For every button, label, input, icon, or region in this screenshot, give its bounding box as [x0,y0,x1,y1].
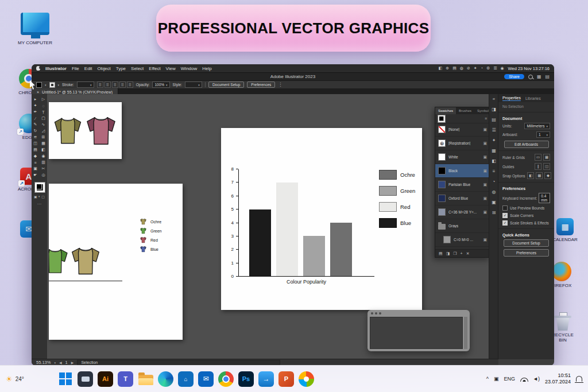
tool-artboard-icon[interactable]: ▣ [32,166,38,172]
transparency-panel-icon[interactable]: ◍ [491,189,497,195]
volume-icon[interactable]: ◄) [533,376,540,382]
taskbar-outlook-icon[interactable]: ✉ [198,371,214,387]
canvas[interactable]: OchreGreenRedBlue 012345678 Colour Popul… [47,94,489,359]
mini-fill-stroke-icon[interactable] [438,115,445,122]
share-button[interactable]: Share [504,74,524,79]
menu-edit[interactable]: Edit [84,66,92,71]
menu-illustrator[interactable]: Illustrator [45,66,67,71]
new-swatch-icon[interactable]: + [461,251,463,255]
menu-window[interactable]: Window [181,66,197,71]
snap-pixel-icon[interactable]: ▦ [536,172,543,179]
new-color-group-icon[interactable]: ❐ [453,251,457,256]
draw-behind-icon[interactable]: ◐ [38,195,41,199]
menu-help[interactable]: Help [202,66,211,71]
swatch-row[interactable]: C=0 M=0 ...▣ [435,233,489,247]
floating-panel[interactable] [368,310,470,351]
stroke-color-well[interactable] [49,82,55,88]
units-select[interactable]: Millimeters▾ [524,123,550,129]
checkbox-scale-strokes-effects[interactable]: ✓Scale Strokes & Effects [498,219,554,227]
tool-direct-selection-icon[interactable]: ▷ [40,96,47,102]
floating-panel-scrollbar[interactable] [464,317,467,349]
menu-file[interactable]: File [72,66,79,71]
artboard-shirts[interactable] [49,102,122,159]
tool-column-graph-icon[interactable]: ▥ [40,160,47,165]
swatch-row[interactable]: Grays [435,219,489,233]
menu-status-icon[interactable]: ◔ [481,66,483,71]
menu-effect[interactable]: Effect [149,66,160,71]
tool-lasso-icon[interactable]: ◌ [40,103,47,108]
tool-magic-wand-icon[interactable]: ✦ [32,103,38,108]
swatch-libraries-icon[interactable]: ▤ [439,251,443,256]
tool-pen-icon[interactable]: ✒ [32,109,38,115]
clock[interactable]: 10:51 23.07.2024 [545,372,571,386]
taskbar-edge-icon[interactable] [158,371,173,387]
artboard-legend[interactable]: OchreGreenRedBlue [49,184,183,340]
tool-selection-icon[interactable]: ▸ [32,96,38,102]
artboard-number[interactable]: 1 [65,360,68,365]
artboard-select[interactable]: 1▾ [536,131,550,138]
weather-widget[interactable]: ☀ 24° [6,375,24,383]
menu-type[interactable]: Type [116,66,126,71]
tool-slice-icon[interactable]: ✂ [40,166,47,172]
checkbox[interactable]: ✓ [502,220,508,226]
menu-status-icon[interactable]: ◧ [439,66,443,71]
document-setup-button[interactable]: Document Setup [208,81,244,88]
snap-grid-icon[interactable]: ◧ [527,172,534,179]
notifications-bell-icon[interactable] [576,376,582,382]
taskbar-photos-icon[interactable] [299,371,314,387]
tab-close-icon[interactable]: × [37,90,39,94]
tab-properties[interactable]: Properties [502,96,521,101]
fill-caret-icon[interactable]: ▾ [45,83,47,87]
fill-color-well[interactable] [36,82,42,88]
tray-expand-icon[interactable]: ^ [486,376,489,382]
arrange-documents-icon[interactable]: ▦ [537,74,541,79]
menu-status-icon[interactable]: ⊘ [467,66,470,71]
keyboard-increment-field[interactable]: 0.4 mm [539,193,550,203]
taskbar-photoshop-icon[interactable]: Ps [238,371,254,387]
tool-hand-icon[interactable]: ☛ [32,172,38,178]
stroke-caret-icon[interactable]: ▾ [58,83,60,87]
taskbar-start-icon[interactable] [57,371,73,387]
desktop-icon-my-computer[interactable]: MY COMPUTER [13,13,57,45]
align-icon[interactable]: ☰ [127,81,133,88]
tan-shirt[interactable] [68,242,103,280]
olive-shirt[interactable] [51,107,84,154]
apple-icon[interactable] [36,66,40,71]
align-icon[interactable]: ☰ [97,81,103,88]
tool-paintbrush-icon[interactable]: ✎ [32,122,38,127]
checkbox-scale-corners[interactable]: ✓Scale Corners [498,212,554,219]
taskbar-powerpoint-icon[interactable]: P [278,371,294,387]
list-view-icon[interactable]: ≡ [485,117,487,121]
tool-gradient-icon[interactable]: ◧ [40,147,47,153]
draw-inside-icon[interactable]: ▢ [41,195,45,199]
show-kinds-icon[interactable]: ◨ [446,251,450,256]
taskbar-remote-icon[interactable]: → [258,371,274,387]
tab-brushes[interactable]: Brushes [456,107,474,114]
taskbar-search-dark-icon[interactable] [78,371,93,387]
stroke-weight-select[interactable]: ▾ [77,81,94,88]
tool-shape-builder-icon[interactable]: ◫ [32,141,38,146]
tool-type-icon[interactable]: T [40,109,47,115]
align-icon[interactable]: ☰ [119,81,126,88]
tool-width-icon[interactable]: ≋ [32,134,38,140]
more-options-icon[interactable]: ⋮ [278,82,283,87]
menu-status-icon[interactable]: ✦ [474,66,477,71]
prev-artboard-icon[interactable]: ◀ [59,360,62,364]
menu-status-icon[interactable]: ◍ [460,66,463,71]
tool-line-segment-icon[interactable]: ∕ [32,115,38,121]
swatch-row[interactable]: Oxford Blue▣ [435,192,489,205]
preferences-button[interactable]: Preferences [247,81,275,88]
next-artboard-icon[interactable]: ▶ [71,360,74,364]
network-icon[interactable]: ▣ [494,376,499,382]
tool-perspective-grid-icon[interactable]: ▦ [40,141,47,146]
draw-normal-icon[interactable]: ▣ [34,195,37,199]
swatch-row[interactable]: ⊕[Registration]▣ [435,137,489,150]
floating-panel-titlebar[interactable] [368,310,470,316]
close-icon[interactable] [371,312,373,315]
tool-rotate-icon[interactable]: ↻ [32,128,38,134]
taskbar-illustrator-icon[interactable]: Ai [98,371,113,387]
swatch-row[interactable]: [None]▣ [435,123,489,137]
checkbox[interactable] [502,205,508,211]
zoom-caret-icon[interactable]: ▾ [54,361,56,364]
swatch-row[interactable]: White▣ [435,150,489,164]
